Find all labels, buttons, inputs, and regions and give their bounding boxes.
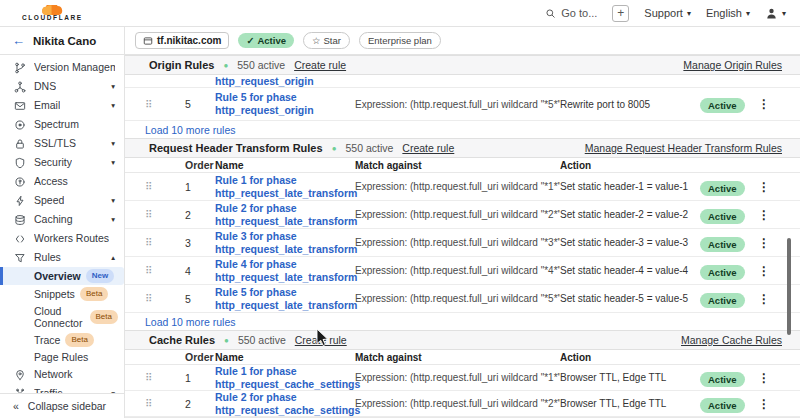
language-label: English — [706, 7, 742, 19]
support-menu[interactable]: Support ▾ — [644, 7, 691, 19]
sidebar-item-label: Cloud Connector — [34, 305, 85, 329]
drag-handle-icon[interactable]: ⠿ — [145, 181, 171, 192]
rule-order: 4 — [171, 265, 215, 277]
section-title: Origin Rules — [149, 59, 214, 71]
create-rule-link[interactable]: Create rule — [294, 59, 346, 71]
active-count: 550 active — [237, 59, 285, 71]
drag-handle-icon[interactable]: ⠿ — [145, 237, 171, 248]
zone-bar: tf.nikitac.com ✓ Active ☆ Star Enterpris… — [125, 27, 800, 55]
add-site-button[interactable]: + — [612, 5, 629, 22]
kebab-menu-icon[interactable]: ⋮ — [754, 371, 774, 385]
lightning-bolt-icon — [13, 194, 26, 207]
rule-name-link[interactable]: http_request_origin — [215, 75, 355, 88]
rule-action: Set static header-2 = value-2 — [560, 209, 700, 220]
collapse-sidebar-button[interactable]: « Collapse sidebar — [0, 393, 124, 418]
rule-name-link[interactable]: Rule 2 for phasehttp_request_late_transf… — [215, 202, 355, 228]
sidebar-item-access[interactable]: Access — [0, 172, 124, 191]
rule-expression: Expression: (http.request.full_uri wildc… — [355, 181, 560, 192]
kebab-menu-icon[interactable]: ⋮ — [754, 397, 774, 411]
sidebar-item-label: Rules — [34, 251, 61, 264]
rule-name-link[interactable]: Rule 4 for phasehttp_request_late_transf… — [215, 258, 355, 284]
sidebar-item-dns[interactable]: DNS ▾ — [0, 77, 124, 96]
cloudflare-logo[interactable]: CLOUDFLARE — [22, 5, 83, 22]
star-button[interactable]: ☆ Star — [303, 32, 350, 49]
user-account-menu[interactable]: ▾ — [765, 7, 786, 20]
sidebar-item-cloud-connector[interactable]: Cloud Connector Beta — [0, 303, 124, 331]
vertical-scrollbar[interactable] — [787, 238, 791, 335]
zone-status-badge: ✓ Active — [238, 33, 293, 48]
manage-cache-rules-link[interactable]: Manage Cache Rules — [681, 334, 782, 346]
language-menu[interactable]: English ▾ — [706, 7, 750, 19]
rule-action: Browser TTL, Edge TTL — [560, 398, 700, 409]
load-more-rules-link[interactable]: Load 10 more rules — [125, 313, 800, 330]
back-arrow-icon[interactable]: ← — [12, 33, 25, 48]
collapse-label: Collapse sidebar — [28, 400, 106, 412]
lock-icon — [13, 137, 26, 150]
rule-expression: Expression: (http.request.full_uri wildc… — [355, 398, 560, 409]
manage-origin-rules-link[interactable]: Manage Origin Rules — [683, 59, 782, 71]
load-more-rules-link[interactable]: Load 10 more rules — [125, 121, 800, 138]
manage-transform-rules-link[interactable]: Manage Request Header Transform Rules — [585, 142, 782, 154]
zone-name: tf.nikitac.com — [157, 35, 221, 46]
sidebar-item-rules[interactable]: Rules ▴ — [0, 248, 124, 267]
global-search[interactable]: Go to... — [545, 7, 597, 19]
table-column-headers: Order Name Match against Action — [125, 350, 800, 365]
sidebar-item-snippets[interactable]: Snippets Beta — [0, 285, 124, 303]
rule-order: 2 — [171, 209, 215, 221]
rule-name-link[interactable]: Rule 5 for phase http_request_origin — [215, 91, 355, 117]
column-order: Order — [171, 351, 215, 363]
sidebar-item-email[interactable]: Email ▾ — [0, 96, 124, 115]
create-rule-link[interactable]: Create rule — [402, 142, 454, 154]
sidebar-item-security[interactable]: Security ▾ — [0, 153, 124, 172]
sidebar-item-page-rules[interactable]: Page Rules — [0, 349, 124, 365]
kebab-menu-icon[interactable]: ⋮ — [754, 264, 774, 278]
chevron-down-icon: ▾ — [111, 137, 115, 150]
chevron-down-icon: ▾ — [111, 156, 115, 169]
rule-name-link[interactable]: Rule 2 for phasehttp_request_cache_setti… — [215, 391, 355, 417]
mouse-cursor — [316, 328, 330, 347]
rule-expression: Expression: (http.request.full_uri wildc… — [355, 209, 560, 220]
zone-selector[interactable]: tf.nikitac.com — [135, 32, 229, 49]
rule-order: 5 — [171, 293, 215, 305]
sidebar-item-version-management[interactable]: Version Management — [0, 58, 124, 77]
search-label: Go to... — [561, 7, 597, 19]
kebab-menu-icon[interactable]: ⋮ — [754, 292, 774, 306]
table-row: ⠿ 5 Rule 5 for phasehttp_request_late_tr… — [125, 285, 800, 313]
rule-name-link[interactable]: Rule 1 for phasehttp_request_cache_setti… — [215, 365, 355, 391]
sidebar-item-caching[interactable]: Caching ▾ — [0, 210, 124, 229]
drag-handle-icon[interactable]: ⠿ — [145, 209, 171, 220]
sidebar-item-trace[interactable]: Trace Beta — [0, 331, 124, 349]
origin-rules-section-header: Origin Rules ● 550 active Create rule Ma… — [125, 55, 800, 75]
rule-name-link[interactable]: Rule 1 for phasehttp_request_late_transf… — [215, 174, 355, 200]
chevron-down-icon: ▾ — [782, 9, 786, 18]
rule-name-link[interactable]: Rule 5 for phasehttp_request_late_transf… — [215, 286, 355, 312]
chevron-down-icon: ▾ — [687, 9, 691, 18]
kebab-menu-icon[interactable]: ⋮ — [754, 208, 774, 222]
sidebar-item-ssl-tls[interactable]: SSL/TLS ▾ — [0, 134, 124, 153]
drag-handle-icon[interactable]: ⠿ — [145, 398, 171, 409]
section-title: Request Header Transform Rules — [149, 142, 323, 154]
sidebar-item-overview[interactable]: Overview New — [0, 267, 124, 285]
sidebar-item-workers-routes[interactable]: Workers Routes — [0, 229, 124, 248]
kebab-menu-icon[interactable]: ⋮ — [754, 97, 774, 111]
drag-handle-icon[interactable]: ⠿ — [145, 372, 171, 383]
sidebar-item-network[interactable]: Network — [0, 365, 124, 384]
drag-handle-icon[interactable]: ⠿ — [145, 293, 171, 304]
chevron-down-icon: ▾ — [111, 194, 115, 207]
rule-expression: Expression: (http.request.full_uri wildc… — [355, 372, 560, 383]
rule-action: Set static header-3 = value-3 — [560, 237, 700, 248]
rule-expression: Expression: (http.request.full_uri wildc… — [355, 265, 560, 276]
star-icon: ☆ — [312, 35, 321, 46]
rule-action: Rewrite port to 8005 — [560, 99, 700, 110]
spectrum-icon — [13, 118, 26, 131]
kebab-menu-icon[interactable]: ⋮ — [754, 180, 774, 194]
kebab-menu-icon[interactable]: ⋮ — [754, 236, 774, 250]
drag-handle-icon[interactable]: ⠿ — [145, 265, 171, 276]
chevron-down-icon: ▾ — [111, 80, 115, 93]
rule-name-link[interactable]: Rule 3 for phasehttp_request_late_transf… — [215, 230, 355, 256]
status-badge: Active — [700, 293, 745, 308]
sidebar-item-spectrum[interactable]: Spectrum — [0, 115, 124, 134]
active-dot-icon: ● — [223, 61, 228, 70]
sidebar-item-speed[interactable]: Speed ▾ — [0, 191, 124, 210]
drag-handle-icon[interactable]: ⠿ — [145, 99, 171, 110]
